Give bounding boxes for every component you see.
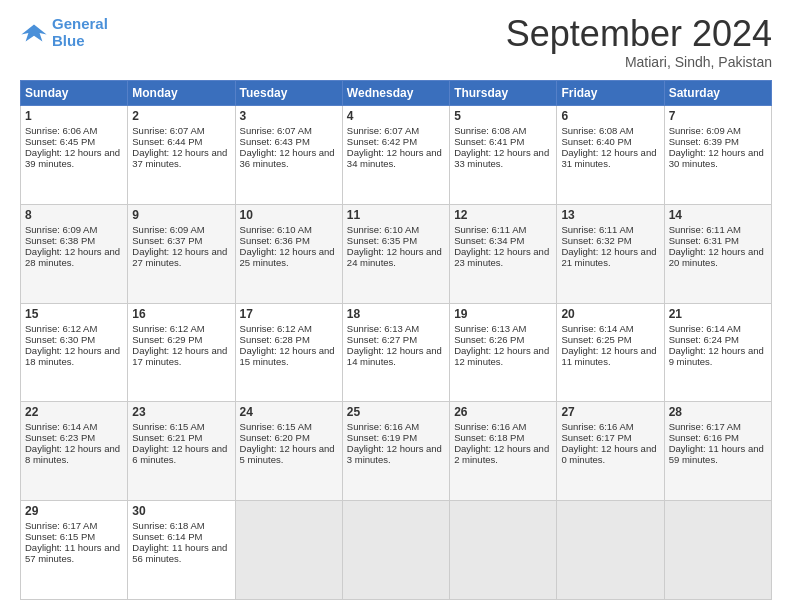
sunrise-text: Sunrise: 6:15 AM <box>132 421 204 432</box>
daylight-text: Daylight: 12 hours and 3 minutes. <box>347 443 442 465</box>
day-number: 28 <box>669 405 767 419</box>
calendar-cell: 30Sunrise: 6:18 AMSunset: 6:14 PMDayligh… <box>128 501 235 600</box>
logo: General Blue <box>20 16 108 49</box>
sunrise-text: Sunrise: 6:11 AM <box>454 224 526 235</box>
daylight-text: Daylight: 12 hours and 31 minutes. <box>561 147 656 169</box>
sunrise-text: Sunrise: 6:16 AM <box>454 421 526 432</box>
calendar-cell: 9Sunrise: 6:09 AMSunset: 6:37 PMDaylight… <box>128 204 235 303</box>
daylight-text: Daylight: 12 hours and 28 minutes. <box>25 246 120 268</box>
daylight-text: Daylight: 12 hours and 21 minutes. <box>561 246 656 268</box>
sunrise-text: Sunrise: 6:06 AM <box>25 125 97 136</box>
sunrise-text: Sunrise: 6:07 AM <box>132 125 204 136</box>
calendar-cell: 29Sunrise: 6:17 AMSunset: 6:15 PMDayligh… <box>21 501 128 600</box>
sunrise-text: Sunrise: 6:17 AM <box>25 520 97 531</box>
calendar-cell: 10Sunrise: 6:10 AMSunset: 6:36 PMDayligh… <box>235 204 342 303</box>
daylight-text: Daylight: 12 hours and 2 minutes. <box>454 443 549 465</box>
day-number: 1 <box>25 109 123 123</box>
daylight-text: Daylight: 12 hours and 37 minutes. <box>132 147 227 169</box>
sunset-text: Sunset: 6:27 PM <box>347 334 417 345</box>
day-header-sunday: Sunday <box>21 81 128 106</box>
daylight-text: Daylight: 12 hours and 18 minutes. <box>25 345 120 367</box>
calendar-cell: 25Sunrise: 6:16 AMSunset: 6:19 PMDayligh… <box>342 402 449 501</box>
sunrise-text: Sunrise: 6:17 AM <box>669 421 741 432</box>
days-header-row: SundayMondayTuesdayWednesdayThursdayFrid… <box>21 81 772 106</box>
sunset-text: Sunset: 6:37 PM <box>132 235 202 246</box>
calendar-cell <box>450 501 557 600</box>
calendar-cell: 26Sunrise: 6:16 AMSunset: 6:18 PMDayligh… <box>450 402 557 501</box>
week-row-2: 8Sunrise: 6:09 AMSunset: 6:38 PMDaylight… <box>21 204 772 303</box>
sunset-text: Sunset: 6:19 PM <box>347 432 417 443</box>
sunset-text: Sunset: 6:43 PM <box>240 136 310 147</box>
sunrise-text: Sunrise: 6:14 AM <box>561 323 633 334</box>
day-number: 3 <box>240 109 338 123</box>
daylight-text: Daylight: 12 hours and 0 minutes. <box>561 443 656 465</box>
day-number: 26 <box>454 405 552 419</box>
calendar-cell: 15Sunrise: 6:12 AMSunset: 6:30 PMDayligh… <box>21 303 128 402</box>
daylight-text: Daylight: 12 hours and 11 minutes. <box>561 345 656 367</box>
week-row-1: 1Sunrise: 6:06 AMSunset: 6:45 PMDaylight… <box>21 106 772 205</box>
sunset-text: Sunset: 6:42 PM <box>347 136 417 147</box>
calendar-cell: 23Sunrise: 6:15 AMSunset: 6:21 PMDayligh… <box>128 402 235 501</box>
sunrise-text: Sunrise: 6:14 AM <box>669 323 741 334</box>
calendar-cell <box>342 501 449 600</box>
sunrise-text: Sunrise: 6:09 AM <box>669 125 741 136</box>
day-number: 7 <box>669 109 767 123</box>
day-number: 13 <box>561 208 659 222</box>
sunrise-text: Sunrise: 6:16 AM <box>561 421 633 432</box>
location: Matiari, Sindh, Pakistan <box>506 54 772 70</box>
sunset-text: Sunset: 6:16 PM <box>669 432 739 443</box>
sunrise-text: Sunrise: 6:09 AM <box>132 224 204 235</box>
calendar-table: SundayMondayTuesdayWednesdayThursdayFrid… <box>20 80 772 600</box>
calendar-cell: 24Sunrise: 6:15 AMSunset: 6:20 PMDayligh… <box>235 402 342 501</box>
day-number: 6 <box>561 109 659 123</box>
sunrise-text: Sunrise: 6:14 AM <box>25 421 97 432</box>
day-number: 25 <box>347 405 445 419</box>
day-number: 27 <box>561 405 659 419</box>
daylight-text: Daylight: 12 hours and 33 minutes. <box>454 147 549 169</box>
daylight-text: Daylight: 11 hours and 57 minutes. <box>25 542 120 564</box>
calendar-cell: 18Sunrise: 6:13 AMSunset: 6:27 PMDayligh… <box>342 303 449 402</box>
sunrise-text: Sunrise: 6:10 AM <box>240 224 312 235</box>
sunrise-text: Sunrise: 6:11 AM <box>669 224 741 235</box>
day-number: 8 <box>25 208 123 222</box>
day-number: 22 <box>25 405 123 419</box>
week-row-4: 22Sunrise: 6:14 AMSunset: 6:23 PMDayligh… <box>21 402 772 501</box>
title-block: September 2024 Matiari, Sindh, Pakistan <box>506 16 772 70</box>
day-number: 14 <box>669 208 767 222</box>
calendar-cell: 4Sunrise: 6:07 AMSunset: 6:42 PMDaylight… <box>342 106 449 205</box>
sunset-text: Sunset: 6:30 PM <box>25 334 95 345</box>
week-row-5: 29Sunrise: 6:17 AMSunset: 6:15 PMDayligh… <box>21 501 772 600</box>
day-header-thursday: Thursday <box>450 81 557 106</box>
day-number: 5 <box>454 109 552 123</box>
sunrise-text: Sunrise: 6:08 AM <box>561 125 633 136</box>
day-number: 20 <box>561 307 659 321</box>
day-number: 23 <box>132 405 230 419</box>
day-number: 30 <box>132 504 230 518</box>
daylight-text: Daylight: 12 hours and 24 minutes. <box>347 246 442 268</box>
sunrise-text: Sunrise: 6:09 AM <box>25 224 97 235</box>
sunset-text: Sunset: 6:31 PM <box>669 235 739 246</box>
sunrise-text: Sunrise: 6:07 AM <box>240 125 312 136</box>
day-number: 18 <box>347 307 445 321</box>
sunrise-text: Sunrise: 6:12 AM <box>132 323 204 334</box>
day-number: 11 <box>347 208 445 222</box>
daylight-text: Daylight: 11 hours and 56 minutes. <box>132 542 227 564</box>
sunrise-text: Sunrise: 6:15 AM <box>240 421 312 432</box>
sunrise-text: Sunrise: 6:12 AM <box>25 323 97 334</box>
daylight-text: Daylight: 12 hours and 39 minutes. <box>25 147 120 169</box>
calendar-cell: 17Sunrise: 6:12 AMSunset: 6:28 PMDayligh… <box>235 303 342 402</box>
day-number: 17 <box>240 307 338 321</box>
sunset-text: Sunset: 6:38 PM <box>25 235 95 246</box>
sunset-text: Sunset: 6:34 PM <box>454 235 524 246</box>
header: General Blue September 2024 Matiari, Sin… <box>20 16 772 70</box>
sunset-text: Sunset: 6:15 PM <box>25 531 95 542</box>
sunset-text: Sunset: 6:23 PM <box>25 432 95 443</box>
day-number: 10 <box>240 208 338 222</box>
sunrise-text: Sunrise: 6:07 AM <box>347 125 419 136</box>
calendar-cell: 11Sunrise: 6:10 AMSunset: 6:35 PMDayligh… <box>342 204 449 303</box>
sunset-text: Sunset: 6:14 PM <box>132 531 202 542</box>
calendar-cell: 19Sunrise: 6:13 AMSunset: 6:26 PMDayligh… <box>450 303 557 402</box>
calendar-cell <box>235 501 342 600</box>
calendar-cell: 22Sunrise: 6:14 AMSunset: 6:23 PMDayligh… <box>21 402 128 501</box>
logo-icon <box>20 19 48 47</box>
